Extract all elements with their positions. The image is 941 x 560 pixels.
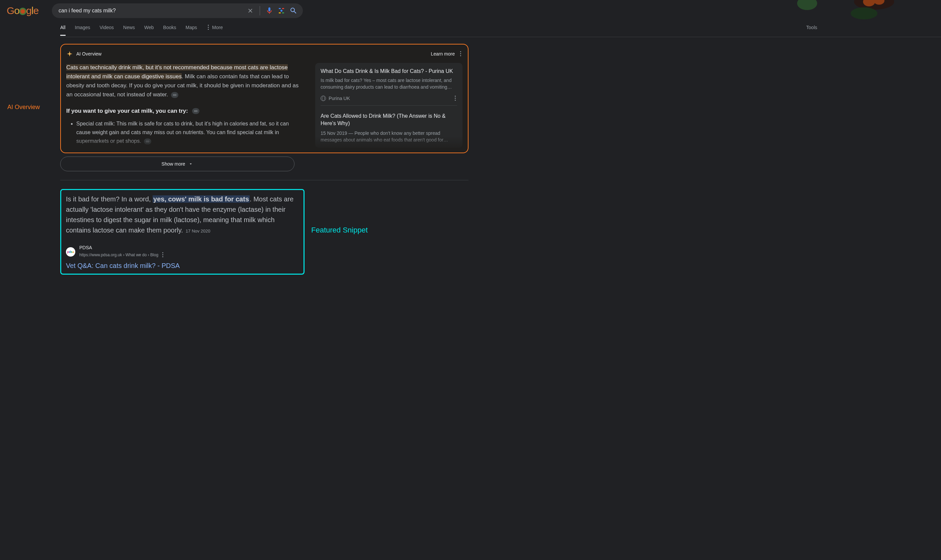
- source-title: Are Cats Allowed to Drink Milk? (The Ans…: [320, 112, 457, 127]
- ai-overview-box: AI Overview Learn more Cats can technica…: [60, 44, 468, 153]
- chevron-down-icon: [188, 162, 193, 166]
- citation-chip-icon[interactable]: [144, 138, 151, 145]
- source-title: What Do Cats Drink & Is Milk Bad for Cat…: [320, 68, 457, 75]
- ai-overview-menu-icon[interactable]: [459, 50, 462, 57]
- tab-videos[interactable]: Videos: [99, 25, 114, 36]
- ai-sources-panel: What Do Cats Drink & Is Milk Bad for Cat…: [315, 63, 462, 149]
- source-menu-icon[interactable]: [161, 251, 165, 258]
- google-logo[interactable]: Gogle: [7, 5, 39, 16]
- ai-overview-annotation: AI Overview: [8, 104, 40, 111]
- ai-list-item: Special cat milk: This milk is safe for …: [76, 119, 302, 146]
- featured-snippet-annotation: Featured Snippet: [311, 226, 368, 234]
- tab-news[interactable]: News: [123, 25, 135, 36]
- tab-all[interactable]: All: [60, 25, 66, 36]
- tab-books[interactable]: Books: [163, 25, 176, 36]
- source-menu-icon[interactable]: [453, 94, 457, 102]
- svg-rect-1: [282, 8, 284, 9]
- svg-point-9: [851, 8, 878, 19]
- svg-rect-0: [279, 8, 281, 9]
- tab-web[interactable]: Web: [144, 25, 154, 36]
- source-snippet: Is milk bad for cats? Yes – most cats ar…: [320, 77, 457, 90]
- sparkle-icon: [66, 51, 73, 57]
- clear-icon[interactable]: [246, 7, 254, 15]
- tab-maps[interactable]: Maps: [186, 25, 197, 36]
- globe-icon: [320, 96, 326, 101]
- lens-icon[interactable]: [277, 7, 285, 15]
- ai-overview-title: AI Overview: [76, 51, 102, 57]
- source-favicon: pdsa: [66, 247, 75, 257]
- more-dots-icon: [206, 23, 210, 31]
- show-more-button[interactable]: Show more: [60, 157, 294, 171]
- source-card[interactable]: What Do Cats Drink & Is Milk Bad for Cat…: [315, 63, 462, 148]
- learn-more-link[interactable]: Learn more: [431, 51, 455, 57]
- featured-date: 17 Nov 2020: [186, 228, 211, 234]
- tab-images[interactable]: Images: [75, 25, 90, 36]
- ai-subheading: If you want to give your cat milk, you c…: [66, 106, 302, 115]
- svg-rect-2: [279, 12, 281, 13]
- citation-chip-icon[interactable]: [171, 92, 179, 98]
- search-icon[interactable]: [290, 7, 297, 15]
- citation-chip-icon[interactable]: [192, 108, 199, 114]
- source-snippet: 15 Nov 2019 — People who don't know any …: [320, 130, 457, 143]
- search-input[interactable]: [59, 8, 246, 14]
- featured-snippet-text: Is it bad for them? In a word, yes, cows…: [66, 194, 299, 236]
- featured-source-url: https://www.pdsa.org.uk › What we do › B…: [79, 252, 158, 257]
- svg-point-5: [797, 0, 817, 10]
- tools-button[interactable]: Tools: [806, 25, 817, 30]
- featured-snippet-box: Is it bad for them? In a word, yes, cows…: [60, 189, 305, 275]
- search-bar: [52, 3, 303, 18]
- source-author: Purina UK: [329, 96, 350, 101]
- svg-point-4: [280, 10, 282, 12]
- voice-search-icon[interactable]: [265, 7, 273, 15]
- doodle-illustration: [780, 0, 907, 20]
- source-card[interactable]: Are Cats Allowed to Drink Milk? (The Ans…: [320, 109, 457, 143]
- search-tabs: All Images Videos News Web Books Maps Mo…: [60, 18, 223, 37]
- tab-more[interactable]: More: [206, 23, 223, 37]
- svg-rect-3: [282, 12, 284, 13]
- featured-result-link[interactable]: Vet Q&A: Can cats drink milk? - PDSA: [66, 262, 299, 270]
- ai-overview-text: Cats can technically drink milk, but it'…: [66, 63, 302, 149]
- featured-source-name: PDSA: [79, 245, 165, 250]
